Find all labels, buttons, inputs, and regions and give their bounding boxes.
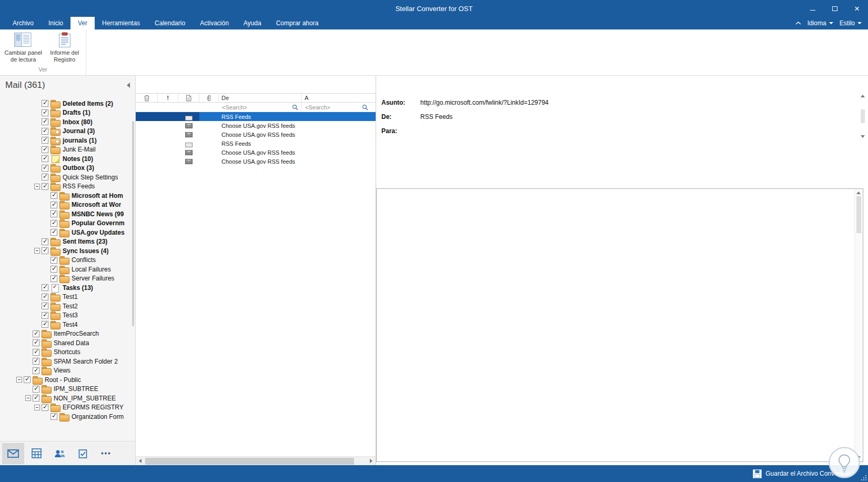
column-header-trash[interactable] bbox=[136, 94, 158, 102]
folder-checkbox-checked[interactable] bbox=[33, 395, 39, 401]
search-icon[interactable] bbox=[292, 104, 298, 111]
hint-bulb-icon[interactable] bbox=[828, 446, 861, 479]
folder-checkbox-checked[interactable] bbox=[42, 118, 48, 125]
tree-item-organization-form[interactable]: Organization Form bbox=[0, 412, 135, 421]
tree-item-junk-e-mail[interactable]: Junk E-Mail bbox=[0, 145, 135, 155]
close-button[interactable]: × bbox=[846, 0, 868, 17]
expander-minus[interactable] bbox=[34, 248, 40, 254]
folder-checkbox-checked[interactable] bbox=[33, 330, 39, 337]
tree-item-shared-data[interactable]: Shared Data bbox=[0, 338, 135, 348]
scroll-up-icon[interactable] bbox=[856, 192, 861, 194]
tree-item-local-failures[interactable]: Local Failures bbox=[0, 265, 135, 274]
folder-checkbox-checked[interactable] bbox=[42, 128, 48, 135]
folder-checkbox-checked[interactable] bbox=[42, 321, 48, 328]
tree-item-outbox-3[interactable]: Outbox (3) bbox=[0, 164, 135, 173]
search-a-field[interactable]: <Search> bbox=[302, 103, 376, 112]
folder-checkbox-checked[interactable] bbox=[33, 367, 39, 374]
nav-tasks-button[interactable] bbox=[72, 443, 94, 464]
folder-checkbox-checked[interactable] bbox=[42, 174, 48, 180]
tree-item-spam-search-folder-2[interactable]: SPAM Search Folder 2 bbox=[0, 357, 135, 366]
message-row[interactable]: Choose USA.gov RSS feeds bbox=[136, 148, 376, 157]
tree-item-non-ipm-subtree[interactable]: NON_IPM_SUBTREE bbox=[0, 394, 135, 403]
tab-calendario[interactable]: Calendario bbox=[147, 17, 193, 29]
folder-checkbox-checked[interactable] bbox=[51, 257, 57, 264]
tree-item-journal-3[interactable]: Journal (3) bbox=[0, 127, 135, 136]
tree-scrollbar[interactable] bbox=[132, 121, 134, 326]
column-header-importance[interactable]: ! bbox=[158, 94, 178, 102]
expander-minus[interactable] bbox=[34, 184, 40, 189]
tree-item-microsoft-at-wor[interactable]: Microsoft at Wor bbox=[0, 200, 135, 210]
message-row[interactable]: RSS Feeds bbox=[136, 112, 376, 121]
tree-item-deleted-items-2[interactable]: Deleted Items (2) bbox=[0, 99, 135, 108]
folder-checkbox-checked[interactable] bbox=[51, 202, 57, 208]
folder-checkbox-checked[interactable] bbox=[33, 339, 39, 346]
tree-item-server-failures[interactable]: Server Failures bbox=[0, 274, 135, 284]
folder-checkbox-checked[interactable] bbox=[33, 358, 39, 365]
tree-item-conflicts[interactable]: Conflicts bbox=[0, 256, 135, 265]
folder-checkbox-checked[interactable] bbox=[42, 183, 48, 190]
idioma-dropdown[interactable]: Idioma bbox=[808, 19, 833, 27]
fields-scrollbar-thumb[interactable] bbox=[861, 109, 865, 123]
tree-item-eforms-registry[interactable]: EFORMS REGISTRY bbox=[0, 403, 135, 413]
tree-item-drafts-1[interactable]: Drafts (1) bbox=[0, 108, 135, 118]
tree-item-sync-issues-4[interactable]: Sync Issues (4) bbox=[0, 246, 135, 256]
tab-inicio[interactable]: Inicio bbox=[41, 17, 70, 29]
tree-item-inbox-80[interactable]: Inbox (80) bbox=[0, 117, 135, 127]
nav-calendar-button[interactable] bbox=[25, 443, 47, 464]
tree-item-views[interactable]: Views bbox=[0, 366, 135, 376]
maximize-button[interactable] bbox=[824, 0, 846, 17]
tab-ver[interactable]: Ver bbox=[70, 17, 95, 29]
estilo-dropdown[interactable]: Estilo bbox=[840, 19, 862, 27]
folder-checkbox-checked[interactable] bbox=[51, 275, 57, 282]
tree-item-shortcuts[interactable]: Shortcuts bbox=[0, 348, 135, 357]
tree-item-usa-gov-updates[interactable]: USA.gov Updates bbox=[0, 228, 135, 237]
message-row[interactable]: Choose USA.gov RSS feeds bbox=[136, 121, 376, 130]
folder-checkbox-checked[interactable] bbox=[42, 238, 48, 245]
folder-checkbox-checked[interactable] bbox=[42, 312, 48, 319]
collapse-ribbon-icon[interactable] bbox=[795, 22, 801, 25]
folder-checkbox-checked[interactable] bbox=[51, 220, 57, 227]
preview-scrollbar-thumb[interactable] bbox=[856, 196, 861, 233]
tree-item-tasks-13[interactable]: Tasks (13) bbox=[0, 283, 135, 293]
folder-checkbox-checked[interactable] bbox=[42, 404, 48, 411]
tree-item-test1[interactable]: Test1 bbox=[0, 293, 135, 302]
message-row[interactable]: Choose USA.gov RSS feeds bbox=[136, 130, 376, 139]
folder-checkbox-checked[interactable] bbox=[42, 100, 48, 107]
column-header-document[interactable] bbox=[178, 94, 199, 102]
expander-minus[interactable] bbox=[16, 377, 22, 383]
folder-checkbox-checked[interactable] bbox=[42, 109, 48, 116]
tree-item-sent-items-23[interactable]: Sent Items (23) bbox=[0, 237, 135, 247]
fields-scrollbar[interactable] bbox=[860, 94, 866, 139]
tree-item-notes-10[interactable]: Notes (10) bbox=[0, 154, 135, 164]
column-header-a[interactable]: A bbox=[302, 94, 376, 102]
tree-item-quick-step-settings[interactable]: Quick Step Settings bbox=[0, 173, 135, 182]
tree-item-rss-feeds[interactable]: RSS Feeds bbox=[0, 182, 135, 192]
informe-del-registro-button[interactable]: Informe del Registro bbox=[45, 32, 85, 66]
folder-checkbox-checked[interactable] bbox=[51, 229, 57, 236]
folder-checkbox-checked[interactable] bbox=[42, 155, 48, 162]
folder-checkbox-checked[interactable] bbox=[42, 137, 48, 144]
scroll-right-button[interactable] bbox=[367, 457, 376, 466]
tree-item-msnbc-news-99[interactable]: MSNBC News (99 bbox=[0, 209, 135, 219]
folder-checkbox-checked[interactable] bbox=[42, 247, 48, 254]
message-row[interactable]: Choose USA.gov RSS feeds bbox=[136, 157, 376, 166]
tree-item-test2[interactable]: Test2 bbox=[0, 302, 135, 311]
folder-checkbox-checked[interactable] bbox=[51, 210, 57, 217]
tree-item-itemprocsearch[interactable]: ItemProcSearch bbox=[0, 329, 135, 339]
resize-grip[interactable] bbox=[860, 474, 866, 480]
collapse-sidebar-arrow[interactable] bbox=[127, 83, 130, 88]
preview-scrollbar[interactable] bbox=[854, 189, 862, 461]
hscrollbar-thumb[interactable] bbox=[145, 458, 354, 465]
minimize-button[interactable] bbox=[802, 0, 824, 17]
folder-checkbox-checked[interactable] bbox=[51, 192, 57, 199]
tree-item-journals-1[interactable]: journals (1) bbox=[0, 136, 135, 145]
folder-checkbox-checked[interactable] bbox=[42, 165, 48, 172]
tree-item-test4[interactable]: Test4 bbox=[0, 320, 135, 329]
column-header-attachment[interactable] bbox=[199, 94, 219, 102]
tab-comprar-ahora[interactable]: Comprar ahora bbox=[269, 17, 326, 29]
folder-checkbox-checked[interactable] bbox=[51, 266, 57, 273]
folder-checkbox-checked[interactable] bbox=[42, 303, 48, 309]
tab-archivo[interactable]: Archivo bbox=[5, 17, 41, 29]
search-icon[interactable] bbox=[362, 104, 368, 111]
tree-item-popular-governm[interactable]: Popular Governm bbox=[0, 219, 135, 228]
